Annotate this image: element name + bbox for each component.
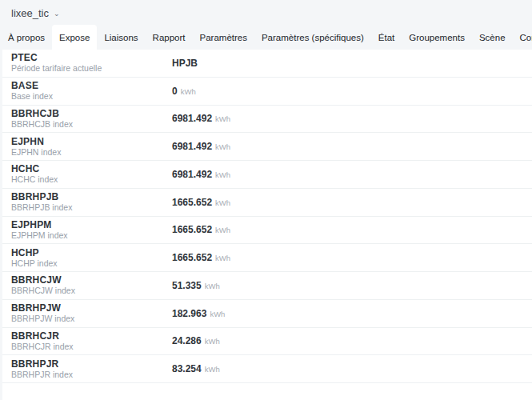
expose-value: 1665.652 [172,197,212,208]
expose-row-bbrhpjw: BBRHPJW BBRHPJW index 182.963 kWh [2,300,532,328]
expose-value: 1665.652 [172,224,212,235]
device-page: lixee_tic ⌄ À proposExposeLiaisonsRappor… [0,0,532,400]
expose-row-base: BASE Base index 0 kWh [2,78,532,106]
expose-row-hchc: HCHC HCHC index 6981.492 kWh [2,161,532,189]
expose-row-bbrhcjb: BBRHCJB BBRHCJB index 6981.492 kWh [2,106,532,134]
expose-row-bbrhcjw: BBRHCJW BBRHCJW index 51.335 kWh [2,272,532,300]
expose-row-bbrhcjr: BBRHCJR BBRHCJR index 24.286 kWh [2,328,532,356]
expose-value: 1665.652 [172,252,212,263]
device-header: lixee_tic ⌄ À proposExposeLiaisonsRappor… [0,0,532,50]
expose-unit: kWh [181,87,196,96]
expose-name: BBRHCJW [11,274,172,286]
chevron-down-icon: ⌄ [54,10,60,18]
expose-unit: kWh [215,142,230,151]
tab-liaisons[interactable]: Liaisons [97,25,145,50]
expose-name: BBRHPJR [11,358,172,370]
expose-name: HCHP [11,247,172,258]
device-selector[interactable]: lixee_tic ⌄ [11,7,60,19]
expose-value: 6981.492 [172,141,212,152]
expose-value: 6981.492 [172,169,212,180]
expose-description: EJPHPM index [11,230,172,241]
expose-unit: kWh [210,310,225,318]
tab-console-de-developpement[interactable]: Console de développement [513,25,532,50]
expose-name: BBRHCJR [11,330,172,342]
tab-parametres-specifiques[interactable]: Paramètres (spécifiques) [254,25,371,50]
expose-description: BBRHPJR index [11,370,172,380]
expose-row-ejphn: EJPHN EJPHN index 6981.492 kWh [2,133,532,161]
expose-description: BBRHCJR index [11,342,172,352]
expose-unit: kWh [205,282,220,290]
expose-description: BBRHPJB index [11,202,172,213]
tab-expose[interactable]: Expose [52,25,97,50]
expose-unit: kWh [215,226,230,234]
tab-rapport[interactable]: Rapport [146,25,193,50]
expose-row-ptec: PTEC Période tarifaire actuelle HPJB [2,50,532,78]
expose-name: BBRHPJW [11,302,172,314]
expose-unit: kWh [205,365,220,374]
title-row: lixee_tic ⌄ [0,0,532,19]
expose-description: BBRHPJW index [11,314,172,324]
expose-description: BBRHCJW index [11,286,172,296]
expose-name: EJPHN [11,136,172,147]
expose-row-bbrhpjb: BBRHPJB BBRHPJB index 1665.652 kWh [2,189,532,217]
expose-row-hchp: HCHP HCHP index 1665.652 kWh [2,244,532,272]
expose-name: PTEC [11,52,172,63]
device-tab-bar: À proposExposeLiaisonsRapportParamètresP… [0,25,532,50]
tab-etat[interactable]: État [371,25,402,50]
expose-description: HCHC index [11,174,172,185]
tab-scene[interactable]: Scène [472,25,513,50]
tab-groupements[interactable]: Groupements [402,25,472,50]
expose-list: PTEC Période tarifaire actuelle HPJB BAS… [2,50,532,400]
expose-unit: kWh [215,198,230,207]
expose-name: BASE [11,80,172,91]
expose-unit: kWh [215,114,230,123]
expose-name: EJPHPM [11,219,172,230]
expose-description: Base index [11,91,172,102]
expose-value: 6981.492 [172,113,212,124]
expose-value: 24.286 [172,335,202,346]
expose-description: EJPHN index [11,147,172,158]
expose-row-ejphpm: EJPHPM EJPHPM index 1665.652 kWh [2,217,532,245]
tab-parametres[interactable]: Paramètres [193,25,254,50]
expose-unit: kWh [215,170,230,179]
expose-description: BBRHCJB index [11,119,172,130]
expose-unit: kWh [215,254,230,262]
expose-value: 51.335 [172,280,202,291]
expose-name: BBRHPJB [11,191,172,202]
expose-value: 0 [172,86,178,97]
expose-value: HPJB [172,58,198,69]
expose-name: BBRHCJB [11,108,172,119]
expose-value: 182.963 [172,308,206,319]
expose-unit: kWh [205,337,220,346]
expose-row-bbrhpjr: BBRHPJR BBRHPJR index 83.254 kWh [2,355,532,383]
expose-description: HCHP index [11,258,172,269]
expose-description: Période tarifaire actuelle [11,63,172,74]
expose-value: 83.254 [172,363,202,374]
tab-a-propos[interactable]: À propos [1,25,52,50]
expose-name: HCHC [11,163,172,174]
device-name-label: lixee_tic [11,7,49,19]
